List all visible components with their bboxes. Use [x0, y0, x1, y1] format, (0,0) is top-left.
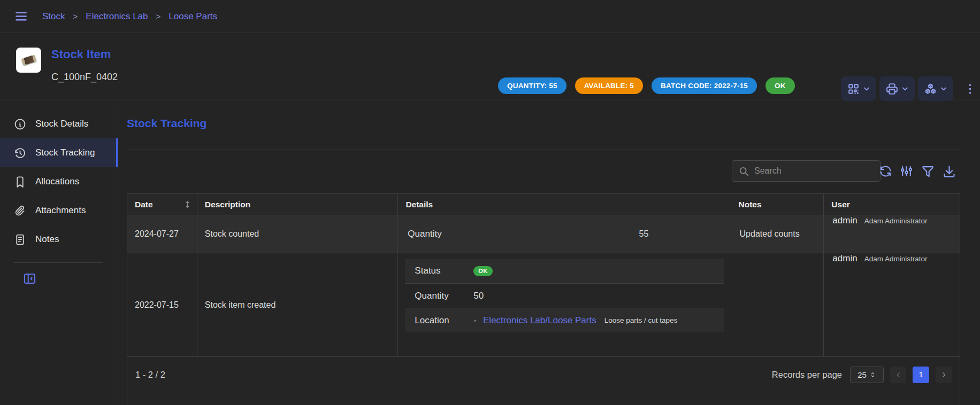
record-count: 1 - 2 / 2	[135, 370, 165, 380]
paperclip-icon	[13, 204, 27, 217]
previous-page-button[interactable]	[890, 367, 906, 383]
user-fullname: Adam Administrator	[864, 255, 928, 263]
table-settings-icon[interactable]	[899, 164, 914, 178]
column-header-description[interactable]: Description	[197, 194, 399, 215]
column-header-user[interactable]: User	[824, 194, 960, 215]
breadcrumb-separator: >	[156, 12, 161, 21]
filter-icon[interactable]	[921, 164, 935, 178]
cell-user: admin Adam Administrator	[824, 253, 960, 356]
detail-label: Quantity	[415, 291, 473, 301]
sidebar-item-attachments[interactable]: Attachments	[0, 196, 118, 225]
collapse-sidebar-icon[interactable]	[22, 271, 37, 286]
page-size-select[interactable]: 25	[850, 367, 884, 383]
table-row[interactable]: 2024-07-27 Stock counted Quantity 55 Upd…	[127, 215, 960, 253]
menu-icon[interactable]	[14, 9, 28, 24]
column-header-date[interactable]: Date	[127, 194, 197, 215]
table-pagination: 1 - 2 / 2 Records per page 25 1	[127, 357, 960, 392]
breadcrumb-loose-parts[interactable]: Loose Parts	[169, 11, 217, 22]
next-page-button[interactable]	[936, 367, 952, 383]
sort-icon[interactable]	[183, 200, 192, 209]
stock-actions-button[interactable]	[918, 76, 953, 101]
column-header-details[interactable]: Details	[398, 194, 731, 215]
main-panel: Stock Tracking Date	[127, 99, 960, 405]
part-name: C_100nF_0402	[51, 72, 118, 83]
breadcrumb-separator: >	[73, 12, 78, 21]
detail-value: 55	[639, 229, 649, 239]
cell-date: 2024-07-27	[127, 215, 197, 253]
detail-label: Status	[415, 266, 473, 276]
detail-quantity-row: Quantity 50	[405, 283, 724, 308]
details-sub-table: Status OK Quantity 50 Location - Electro…	[405, 259, 724, 332]
cell-description: Stock counted	[197, 215, 399, 253]
location-link[interactable]: Electronics Lab/Loose Parts	[483, 315, 596, 326]
breadcrumb-stock[interactable]: Stock	[42, 11, 65, 22]
cell-notes: Updated counts	[731, 215, 824, 253]
stock-item-thumbnail[interactable]	[16, 48, 41, 73]
search-input[interactable]	[754, 166, 861, 176]
username: admin	[832, 253, 857, 264]
detail-value: 50	[473, 291, 484, 301]
page-size-value: 25	[858, 370, 867, 379]
user-fullname: Adam Administrator	[864, 217, 928, 225]
location-dash: -	[473, 315, 477, 326]
sidebar-item-label: Notes	[35, 234, 59, 245]
cell-date: 2022-07-15	[127, 253, 197, 356]
username: admin	[832, 215, 857, 226]
column-header-notes[interactable]: Notes	[731, 194, 824, 215]
chevron-down-icon	[862, 84, 871, 93]
printer-icon	[885, 82, 899, 96]
divider	[127, 150, 960, 150]
stock-tracking-table: Date Description Details Notes User 2024…	[127, 193, 960, 405]
notes-icon	[13, 233, 27, 246]
status-ok-pill: OK	[473, 266, 492, 276]
sidebar-item-label: Stock Tracking	[35, 147, 95, 158]
detail-location-row: Location - Electronics Lab/Loose Parts L…	[405, 308, 724, 332]
sidebar-item-stock-details[interactable]: Stock Details	[0, 110, 118, 138]
search-box	[732, 160, 881, 182]
page-title: Stock Item	[51, 48, 111, 61]
history-icon	[13, 146, 27, 160]
status-badges: QUANTITY: 55 AVAILABLE: 5 BATCH CODE: 20…	[498, 77, 795, 94]
sidebar-item-notes[interactable]: Notes	[0, 225, 118, 254]
batch-code-badge: BATCH CODE: 2022-7-15	[652, 77, 757, 94]
selector-icon	[869, 371, 876, 378]
refresh-icon[interactable]	[878, 164, 893, 178]
page-1-button[interactable]: 1	[913, 367, 929, 383]
sidebar-item-allocations[interactable]: Allocations	[0, 167, 118, 196]
sidebar-divider	[13, 262, 103, 263]
page-header: Stock Item C_100nF_0402 QUANTITY: 55 AVA…	[0, 33, 980, 99]
cell-details: Quantity 55	[398, 215, 731, 253]
quantity-badge: QUANTITY: 55	[498, 77, 566, 94]
sidebar-item-label: Stock Details	[35, 119, 88, 129]
search-icon	[738, 166, 749, 177]
top-navbar: Stock > Electronics Lab > Loose Parts	[0, 0, 980, 33]
cell-notes	[731, 253, 824, 356]
sidebar-item-label: Allocations	[35, 176, 79, 187]
column-label: Date	[135, 200, 153, 209]
location-description: Loose parts / cut tapes	[604, 316, 678, 324]
header-actions	[841, 76, 977, 101]
capacitor-image	[21, 54, 36, 65]
available-badge: AVAILABLE: 5	[575, 77, 643, 94]
print-actions-button[interactable]	[879, 76, 915, 101]
records-per-page-label: Records per page	[772, 370, 842, 380]
app-window: Stock > Electronics Lab > Loose Parts St…	[0, 0, 980, 405]
detail-status-row: Status OK	[405, 259, 724, 283]
detail-quantity: Quantity 55	[408, 229, 648, 239]
breadcrumb-electronics-lab[interactable]: Electronics Lab	[86, 11, 148, 22]
more-options-icon[interactable]	[963, 82, 977, 96]
table-row[interactable]: 2022-07-15 Stock item created Status OK …	[127, 253, 960, 357]
barcode-actions-button[interactable]	[841, 76, 876, 101]
sidebar-item-stock-tracking[interactable]: Stock Tracking	[0, 138, 118, 167]
pagination-controls: Records per page 25 1	[772, 367, 952, 383]
cell-description: Stock item created	[197, 253, 399, 356]
cell-details: Status OK Quantity 50 Location - Electro…	[398, 253, 731, 356]
chevron-down-icon	[939, 84, 948, 93]
breadcrumb: Stock > Electronics Lab > Loose Parts	[42, 11, 217, 22]
download-icon[interactable]	[942, 164, 956, 178]
table-header-row: Date Description Details Notes User	[127, 194, 960, 215]
qrcode-icon	[847, 82, 860, 96]
bookmark-icon	[13, 175, 27, 189]
panel-title: Stock Tracking	[127, 117, 206, 130]
detail-label: Quantity	[408, 229, 441, 239]
